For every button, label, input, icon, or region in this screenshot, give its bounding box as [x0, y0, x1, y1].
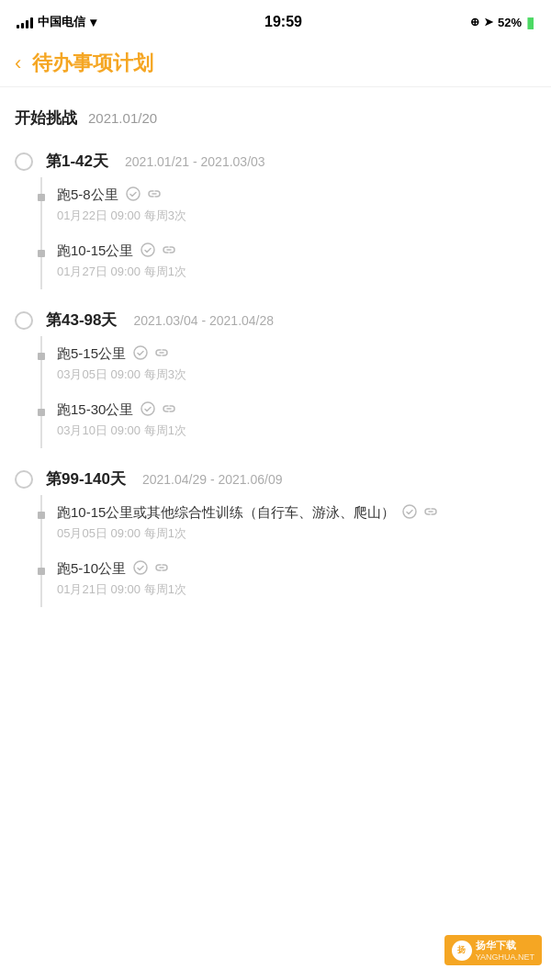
battery-icon: ▮ [526, 14, 534, 31]
svg-point-1 [141, 243, 154, 256]
svg-point-2 [134, 346, 147, 359]
watermark-text: 扬华下载 YANGHUA.NET [476, 939, 534, 962]
phase-title-2: 第43-98天 [46, 310, 117, 331]
status-time: 19:59 [264, 14, 302, 30]
wifi-icon: ▾ [90, 15, 96, 29]
task-item-2-1: 跑5-15公里03月05日 09:00 每周3次 [42, 336, 536, 392]
svg-point-5 [134, 561, 147, 574]
svg-point-4 [403, 505, 416, 518]
header: ‹ 待办事项计划 [0, 40, 551, 87]
status-bar: 中国电信 ▾ 19:59 ⊕ ➤ 52% ▮ [0, 0, 551, 40]
task-check-icon-2-1[interactable] [133, 345, 148, 363]
task-link-icon-3-2[interactable] [155, 561, 168, 577]
phase-date-range-1: 2021.01/21 - 2021.03/03 [125, 154, 265, 169]
task-link-icon-2-1[interactable] [155, 346, 168, 362]
direction-icon: ➤ [484, 16, 493, 28]
watermark-logo: 扬 [452, 941, 472, 961]
task-name-row-1-2: 跑10-15公里 [57, 242, 536, 260]
task-link-icon-3-1[interactable] [424, 505, 437, 521]
phase-date-range-3: 2021.04/29 - 2021.06/09 [142, 472, 283, 487]
task-list-2: 跑5-15公里03月05日 09:00 每周3次跑15-30公里03月10日 0… [40, 336, 536, 448]
task-check-icon-3-1[interactable] [402, 504, 417, 522]
watermark-name: 扬华下载 [476, 939, 534, 952]
task-name-row-3-2: 跑5-10公里 [57, 560, 536, 578]
task-meta-2-2: 03月10日 09:00 每周1次 [57, 422, 536, 439]
task-meta-1-2: 01月27日 09:00 每周1次 [57, 264, 536, 280]
task-check-icon-1-2[interactable] [141, 242, 155, 260]
task-check-icon-1-1[interactable] [126, 186, 141, 204]
task-meta-3-2: 01月21日 09:00 每周1次 [57, 581, 536, 598]
task-meta-3-1: 05月05日 09:00 每周1次 [57, 525, 536, 542]
start-date: 2021.01/20 [88, 110, 157, 126]
status-right: ⊕ ➤ 52% ▮ [470, 14, 534, 31]
battery-label: 52% [498, 16, 522, 29]
task-item-1-2: 跑10-15公里01月27日 09:00 每周1次 [42, 233, 536, 289]
svg-point-0 [127, 187, 140, 200]
task-meta-2-1: 03月05日 09:00 每周3次 [57, 366, 536, 383]
task-item-3-2: 跑5-10公里01月21日 09:00 每周1次 [42, 551, 536, 607]
task-check-icon-3-2[interactable] [133, 560, 148, 578]
phase-circle-2 [15, 311, 33, 330]
task-check-icon-2-2[interactable] [141, 401, 155, 419]
watermark-url: YANGHUA.NET [476, 952, 534, 962]
task-name-row-1-1: 跑5-8公里 [57, 186, 536, 204]
phase-circle-1 [15, 152, 33, 171]
task-item-3-1: 跑10-15公里或其他综合性训练（自行车、游泳、爬山）05月05日 09:00 … [42, 495, 536, 551]
task-item-1-1: 跑5-8公里01月22日 09:00 每周3次 [42, 177, 536, 233]
task-name-2-2: 跑15-30公里 [57, 401, 133, 419]
task-link-icon-1-1[interactable] [148, 187, 161, 203]
task-list-1: 跑5-8公里01月22日 09:00 每周3次跑10-15公里01月27日 09… [40, 177, 536, 289]
task-name-1-1: 跑5-8公里 [57, 186, 118, 204]
task-name-row-3-1: 跑10-15公里或其他综合性训练（自行车、游泳、爬山） [57, 504, 536, 522]
task-link-icon-2-2[interactable] [163, 402, 175, 418]
phase-circle-3 [15, 470, 33, 489]
task-name-1-2: 跑10-15公里 [57, 242, 133, 260]
task-item-2-2: 跑15-30公里03月10日 09:00 每周1次 [42, 392, 536, 448]
signal-icon [17, 16, 33, 28]
phase-section-3: 第99-140天2021.04/29 - 2021.06/09跑10-15公里或… [15, 456, 536, 607]
task-name-row-2-1: 跑5-15公里 [57, 345, 536, 363]
location-icon: ⊕ [470, 16, 479, 28]
phase-section-1: 第1-42天2021.01/21 - 2021.03/03跑5-8公里01月22… [15, 138, 536, 289]
task-name-row-2-2: 跑15-30公里 [57, 401, 536, 419]
svg-point-3 [141, 402, 154, 415]
phase-title-3: 第99-140天 [46, 468, 126, 490]
phase-date-range-2: 2021.03/04 - 2021.04/28 [133, 313, 274, 328]
status-left: 中国电信 ▾ [17, 14, 96, 30]
task-link-icon-1-2[interactable] [163, 243, 175, 259]
page-title: 待办事项计划 [32, 50, 153, 77]
phase-header-3: 第99-140天2021.04/29 - 2021.06/09 [15, 456, 536, 495]
phase-section-2: 第43-98天2021.03/04 - 2021.04/28跑5-15公里03月… [15, 297, 536, 448]
phase-header-2: 第43-98天2021.03/04 - 2021.04/28 [15, 297, 536, 336]
phases-container: 第1-42天2021.01/21 - 2021.03/03跑5-8公里01月22… [15, 138, 536, 607]
phase-title-1: 第1-42天 [46, 151, 108, 172]
task-meta-1-1: 01月22日 09:00 每周3次 [57, 208, 536, 224]
task-name-2-1: 跑5-15公里 [57, 345, 126, 363]
start-challenge-row: 开始挑战 2021.01/20 [15, 87, 536, 138]
phase-header-1: 第1-42天2021.01/21 - 2021.03/03 [15, 138, 536, 177]
watermark: 扬 扬华下载 YANGHUA.NET [444, 935, 542, 965]
task-name-3-1: 跑10-15公里或其他综合性训练（自行车、游泳、爬山） [57, 504, 395, 522]
content: 开始挑战 2021.01/20 第1-42天2021.01/21 - 2021.… [0, 87, 551, 607]
start-label: 开始挑战 [15, 107, 77, 129]
task-name-3-2: 跑5-10公里 [57, 560, 126, 578]
carrier-label: 中国电信 [38, 14, 85, 30]
back-button[interactable]: ‹ [15, 51, 21, 75]
task-list-3: 跑10-15公里或其他综合性训练（自行车、游泳、爬山）05月05日 09:00 … [40, 495, 536, 607]
